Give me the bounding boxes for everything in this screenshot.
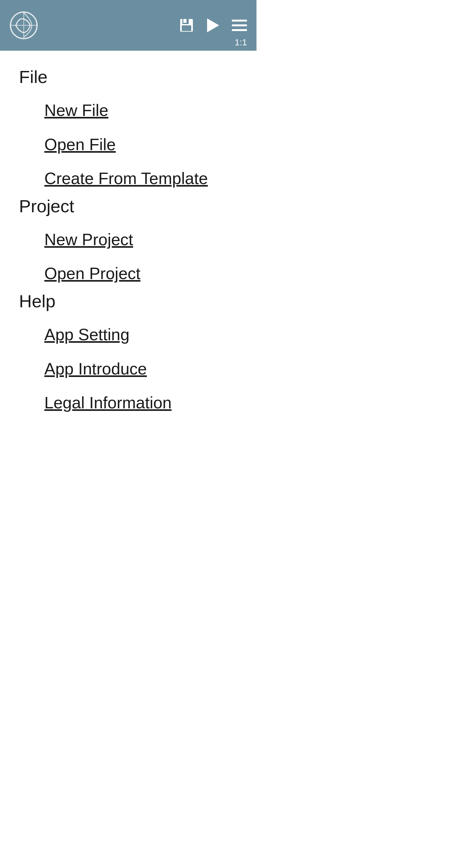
file-section: File New File Open File Create From Temp… bbox=[19, 66, 237, 196]
project-section-title: Project bbox=[19, 196, 237, 216]
menu-icon[interactable] bbox=[232, 20, 247, 31]
play-icon[interactable] bbox=[207, 19, 219, 32]
svg-rect-6 bbox=[182, 25, 191, 31]
project-section: Project New Project Open Project bbox=[19, 196, 237, 291]
create-from-template-link[interactable]: Create From Template bbox=[19, 161, 237, 196]
app-setting-link[interactable]: App Setting bbox=[19, 318, 237, 352]
app-introduce-link[interactable]: App Introduce bbox=[19, 352, 237, 386]
main-content: File New File Open File Create From Temp… bbox=[0, 51, 257, 436]
header-actions bbox=[178, 18, 247, 33]
file-section-title: File bbox=[19, 66, 237, 87]
help-section: Help App Setting App Introduce Legal Inf… bbox=[19, 291, 237, 420]
open-file-link[interactable]: Open File bbox=[19, 128, 237, 162]
svg-rect-5 bbox=[183, 19, 187, 23]
save-icon[interactable] bbox=[178, 18, 194, 33]
zoom-label: 1:1 bbox=[235, 37, 247, 48]
app-header: 1:1 bbox=[0, 0, 257, 51]
new-project-link[interactable]: New Project bbox=[19, 223, 237, 257]
help-section-title: Help bbox=[19, 291, 237, 311]
legal-information-link[interactable]: Legal Information bbox=[19, 386, 237, 420]
new-file-link[interactable]: New File bbox=[19, 93, 237, 128]
app-logo bbox=[9, 11, 38, 40]
open-project-link[interactable]: Open Project bbox=[19, 257, 237, 291]
